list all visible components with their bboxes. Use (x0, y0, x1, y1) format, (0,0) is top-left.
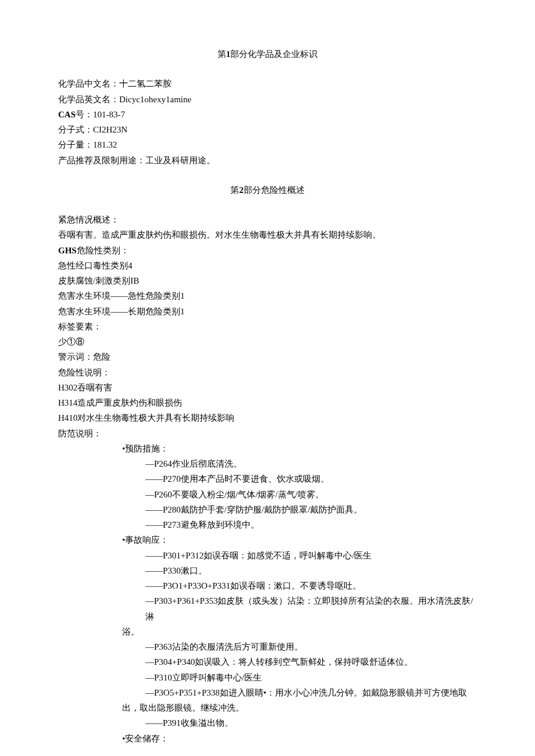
storage-header: •安全储存： (58, 731, 477, 746)
hazard-item: H302吞咽有害 (58, 380, 477, 395)
name-cn-label: 化学品中文名： (58, 79, 119, 88)
precaution-label: 防范说明： (58, 426, 477, 441)
title-suffix: 部分危险性概述 (244, 185, 305, 195)
prevention-item: ——P270使用本产品时不要进食、饮水或吸烟。 (58, 471, 477, 486)
formula-line: 分子式：CI2H23N (58, 122, 477, 137)
response-item: ——P301+P312如误吞咽：如感觉不适，呼叫解毒中心/医生 (58, 548, 477, 563)
usage-line: 产品推荐及限制用途：工业及科研用途。 (58, 153, 477, 168)
response-item: —P304+P340如误吸入：将人转移到空气新鲜处，保持呼吸舒适体位。 (58, 654, 477, 669)
ghs-item: 急性经口毒性类别4 (58, 258, 477, 273)
response-item: —P3O5+P351+P338如进入眼睛•：用水小心冲洗几分钟。如戴隐形眼镜并可… (58, 685, 477, 700)
response-item: 浴。 (58, 624, 477, 639)
title-num: 2 (239, 185, 244, 195)
response-item: ——P3O1+P33O+P331如误吞咽：漱口。不要诱导呕吐。 (58, 578, 477, 593)
ghs-item: 危害水生环境——急性危险类别1 (58, 288, 477, 303)
response-item: —P363沾染的衣服清洗后方可重新使用。 (58, 639, 477, 654)
mw-value: 181.32 (93, 140, 117, 149)
name-cn-line: 化学品中文名：十二氢二苯胺 (58, 76, 477, 91)
response-item: ——P330漱口。 (58, 563, 477, 578)
mw-label: 分子量： (58, 140, 93, 149)
emergency-label: 紧急情况概述： (58, 212, 477, 227)
ghs-item: 危害水生环境——长期危险类别1 (58, 304, 477, 319)
response-item: 出，取出隐形眼镜。继续冲洗。 (58, 700, 477, 715)
usage-label: 产品推荐及限制用途： (58, 156, 145, 165)
cas-suffix: 号： (76, 110, 93, 119)
cas-line: CAS号：101-83-7 (58, 107, 477, 122)
ghs-line: GHS危险性类别： (58, 243, 477, 258)
response-header: •事故响应： (58, 532, 477, 547)
prevention-header: •预防措施： (58, 441, 477, 456)
section-1-body: 化学品中文名：十二氢二苯胺 化学品英文名：Dicyc1ohexy1amine C… (58, 76, 477, 168)
hazard-item: H314造成严重皮肤灼伤和眼损伤 (58, 395, 477, 410)
usage-value: 工业及科研用途。 (145, 156, 215, 165)
prevention-item: —P264作业后彻底清洗。 (58, 456, 477, 471)
response-item: —P303+P361+P353如皮肤（或头发）沾染：立即脱掉所有沾染的衣服。用水… (58, 593, 477, 624)
response-item: —P310立即呼叫解毒中心/医生 (58, 670, 477, 685)
name-cn-value: 十二氢二苯胺 (119, 79, 172, 88)
ghs-label: GHS (58, 246, 77, 255)
formula-value: CI2H23N (93, 125, 127, 134)
emergency-text: 吞咽有害。造成严重皮肤灼伤和眼损伤。对水生生物毒性极大并具有长期持续影响。 (58, 227, 477, 242)
section-2-title: 第2部分危险性概述 (58, 182, 477, 198)
name-en-line: 化学品英文名：Dicyc1ohexy1amine (58, 92, 477, 107)
cas-label: CAS (58, 110, 76, 119)
prevention-item: ——P280戴防护手套/穿防护服/戴防护眼罩/戴防护面具。 (58, 502, 477, 517)
prevention-item: —P260不要吸入粉尘/烟/气体/烟雾/蒸气/喷雾。 (58, 487, 477, 502)
title-suffix: 部分化学品及企业标识 (230, 49, 318, 59)
ghs-item: 皮肤腐蚀/刺激类别IB (58, 273, 477, 288)
signal-value: 危险 (93, 352, 110, 361)
title-prefix: 第 (217, 49, 226, 59)
section-1-title: 第1部分化学品及企业标识 (58, 46, 477, 62)
title-prefix: 第 (230, 185, 239, 195)
response-item: ——P391收集溢出物。 (58, 715, 477, 730)
pictograms: 少①⑧ (58, 334, 477, 349)
hazard-label: 危险性说明： (58, 365, 477, 380)
name-en-value: Dicyc1ohexy1amine (119, 95, 191, 104)
cas-value: 101-83-7 (93, 110, 125, 119)
signal-line: 警示词：危险 (58, 349, 477, 364)
label-elements: 标签要素： (58, 319, 477, 334)
prevention-item: ——P273避免释放到环境中。 (58, 517, 477, 532)
section-2-body: 紧急情况概述： 吞咽有害。造成严重皮肤灼伤和眼损伤。对水生生物毒性极大并具有长期… (58, 212, 477, 746)
mw-line: 分子量：181.32 (58, 137, 477, 152)
formula-label: 分子式： (58, 125, 93, 134)
hazard-item: H410对水生生物毒性极大并具有长期持续影响 (58, 410, 477, 425)
name-en-label: 化学品英文名： (58, 95, 119, 104)
signal-label: 警示词： (58, 352, 93, 361)
ghs-suffix: 危险性类别： (77, 246, 129, 255)
